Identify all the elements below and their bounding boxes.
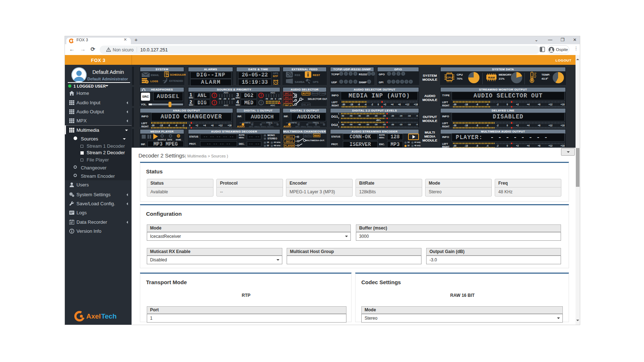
svg-text:CPU: CPU — [446, 76, 452, 79]
svg-text:RAM: RAM — [488, 76, 495, 79]
